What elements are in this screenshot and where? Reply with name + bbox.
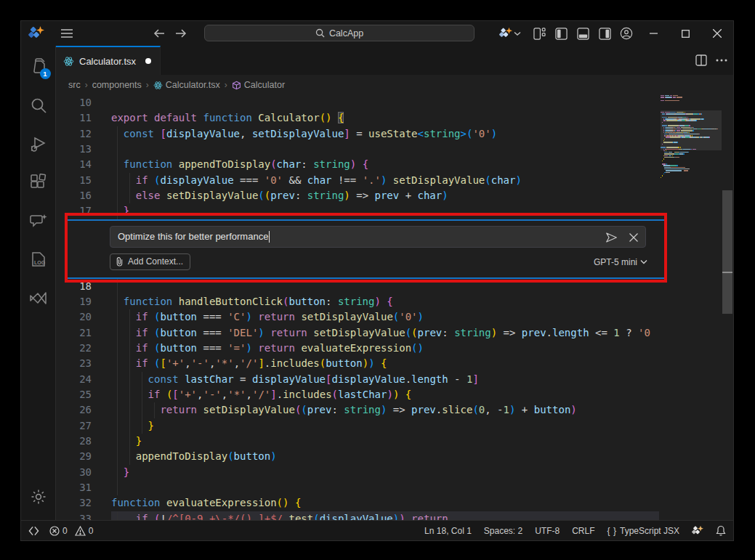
scrollbar-thumb[interactable] [722,190,732,314]
toggle-primary-sidebar-button[interactable] [550,21,572,46]
text-cursor [269,231,270,243]
person-icon [620,27,633,40]
code-line-25[interactable]: 25 if (['+','-','*','/'].includes(lastCh… [56,387,659,402]
add-context-button[interactable]: Add Context... [110,253,190,270]
code-line-12[interactable]: 12 const [displayValue, setDisplayValue]… [56,126,659,142]
line-number: 30 [56,465,111,480]
remote-indicator[interactable] [28,526,39,536]
code-line-18[interactable]: 18 [56,279,659,294]
code-line-19[interactable]: 19 function handleButtonClick(button: st… [56,294,659,309]
code-editor[interactable]: 1011export default function Calculator()… [56,95,733,520]
code-line-27[interactable]: 27 } [56,418,659,434]
breadcrumb-item-components[interactable]: components [92,80,142,90]
menu-icon[interactable] [56,21,78,46]
vertical-scrollbar[interactable] [722,95,733,520]
run-debug-icon [29,135,47,153]
toggle-panel-button[interactable] [572,21,594,46]
split-editor-button[interactable] [695,54,707,66]
indentation-setting[interactable]: Spaces: 2 [484,526,522,536]
code-line-33[interactable]: 33 if (!/^[0-9.+\-*/() ]+$/.test(display… [56,511,659,520]
chat-input[interactable]: Optimize this for better performance [110,226,646,248]
code-line-24[interactable]: 24 const lastChar = displayValue[display… [56,372,659,387]
code-line-30[interactable]: 30 } [56,465,659,480]
code-line-21[interactable]: 21 if (button === 'DEL') return setDispl… [56,325,659,341]
minimap[interactable] [661,95,722,520]
maximize-button[interactable] [669,21,701,46]
close-chat-button[interactable] [629,233,638,242]
activity-bar: 1 [21,46,56,520]
line-number: 13 [56,142,111,157]
code-line-28[interactable]: 28 } [56,434,659,449]
breadcrumb-item-file[interactable]: Calculator.tsx [153,80,220,90]
sidebar-item-explorer[interactable]: 1 [21,49,56,84]
line-number: 14 [56,157,111,172]
code-line-14[interactable]: 14 function appendToDisplay(char: string… [56,157,659,172]
breadcrumb-item-symbol[interactable]: Calculator [232,80,285,90]
minimize-button[interactable] [637,21,669,46]
search-icon [30,97,47,114]
code-line-16[interactable]: 16 else setDisplayValue((prev: string) =… [56,188,659,203]
go-back-button[interactable] [153,28,165,38]
bell-icon [716,525,726,536]
go-forward-button[interactable] [175,28,187,38]
language-mode[interactable]: { } TypeScript JSX [607,526,679,536]
status-bar: 0 0 Ln 18, Col 1 Spaces: 2 UTF-8 CRLF { … [21,520,733,540]
window-title-text: CalcApp [329,28,363,38]
gear-icon [30,488,47,506]
toggle-secondary-sidebar-button[interactable] [594,21,615,46]
tab-calculator[interactable]: Calculator.tsx [56,46,161,75]
line-number: 22 [56,341,111,356]
code-line-13[interactable]: 13 [56,142,659,157]
code-line-23[interactable]: 23 if (['+','-','*','/'].includes(button… [56,356,659,371]
copilot-status-icon[interactable] [692,525,703,537]
send-button[interactable] [605,232,618,243]
line-number: 25 [56,387,111,402]
eol-setting[interactable]: CRLF [572,526,594,536]
line-number: 29 [56,449,111,464]
account-button[interactable] [615,21,637,46]
code-line-15[interactable]: 15 if (displayValue === '0' && char !== … [56,173,659,188]
customize-layout-button[interactable] [528,21,550,46]
react-icon [153,81,163,90]
notifications-bell[interactable] [716,525,726,536]
scrollbar-marker [722,272,732,273]
code-line-26[interactable]: 26 return setDisplayValue((prev: string)… [56,402,659,418]
code-line-20[interactable]: 20 if (button === 'C') return setDisplay… [56,309,659,325]
code-line-22[interactable]: 22 if (button === '=') return evaluateEx… [56,341,659,356]
chevron-right-icon: › [146,80,149,90]
sidebar-item-extensions[interactable] [21,165,56,200]
braces-icon: { } [607,526,617,536]
title-bar: CalcApp [21,21,733,46]
more-actions-button[interactable] [716,59,727,62]
copilot-menu-button[interactable] [499,27,521,40]
sidebar-item-visual-studio[interactable] [21,280,56,315]
line-number: 27 [56,418,111,434]
code-line-29[interactable]: 29 appendToDisplay(button) [56,449,659,464]
encoding-setting[interactable]: UTF-8 [535,526,560,536]
code-line-32[interactable]: 32function evaluateExpression() { [56,495,659,511]
sidebar-item-search[interactable] [21,88,56,123]
cursor-position[interactable]: Ln 18, Col 1 [424,526,472,536]
search-icon [315,28,325,38]
code-line-11[interactable]: 11export default function Calculator() { [56,110,659,126]
extensions-icon [30,174,47,191]
chevron-down-icon [514,31,521,36]
sidebar-item-chat[interactable] [21,203,56,238]
chat-sparkle-icon [29,211,48,230]
code-line-31[interactable]: 31 [56,480,659,495]
sidebar-item-output-log[interactable]: LOG [21,242,56,277]
tab-bar: Calculator.tsx [56,46,733,75]
modified-dot[interactable] [145,58,151,64]
breadcrumb-item-src[interactable]: src [68,80,81,90]
command-center-search[interactable]: CalcApp [204,25,475,41]
problems-indicator[interactable]: 0 0 [49,526,93,536]
error-icon [49,526,60,536]
settings-gear-button[interactable] [21,479,56,514]
chat-input-text: Optimize this for better performance [118,231,268,242]
model-picker[interactable]: GPT-5 mini [594,257,647,267]
warning-icon [75,526,86,536]
code-line-10[interactable]: 10 [56,95,659,110]
close-button[interactable] [701,21,733,46]
code-line-17[interactable]: 17 } [56,203,659,219]
sidebar-item-run-debug[interactable] [21,126,56,161]
